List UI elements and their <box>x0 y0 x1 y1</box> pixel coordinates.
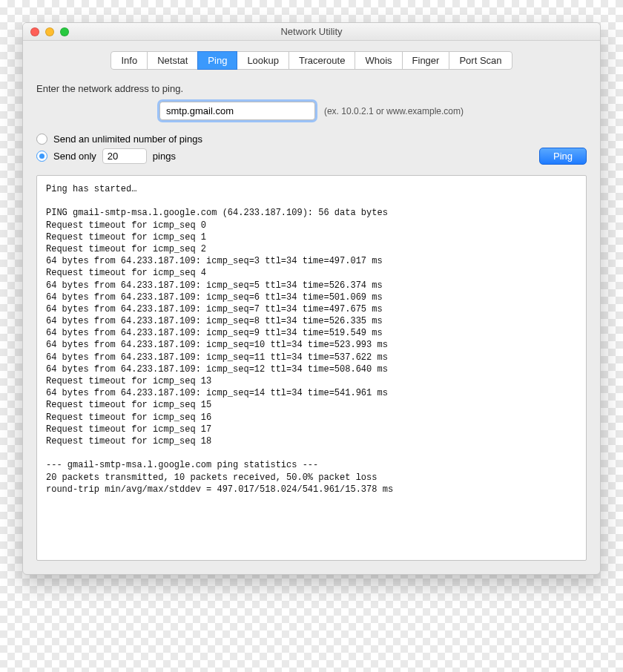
traffic-lights <box>23 27 69 36</box>
close-icon[interactable] <box>30 27 39 36</box>
ping-count-input[interactable] <box>102 148 147 164</box>
ping-button[interactable]: Ping <box>539 148 587 165</box>
ping-options: Send an unlimited number of pings Send o… <box>36 134 587 165</box>
titlebar: Network Utility <box>23 23 600 41</box>
content-area: Info Netstat Ping Lookup Traceroute Whoi… <box>23 41 600 574</box>
tab-ping[interactable]: Ping <box>197 51 237 70</box>
address-row: (ex. 10.0.2.1 or www.example.com) <box>36 102 587 120</box>
radio-send-only-suffix: pings <box>153 151 176 162</box>
tab-finger[interactable]: Finger <box>402 51 450 70</box>
radio-send-only[interactable] <box>36 151 47 162</box>
network-utility-window: Network Utility Info Netstat Ping Lookup… <box>22 22 601 575</box>
tab-port-scan[interactable]: Port Scan <box>449 51 512 70</box>
tab-netstat[interactable]: Netstat <box>147 51 198 70</box>
radio-unlimited[interactable] <box>36 134 47 145</box>
maximize-icon[interactable] <box>60 27 69 36</box>
tab-lookup[interactable]: Lookup <box>237 51 289 70</box>
tab-whois[interactable]: Whois <box>355 51 402 70</box>
window-title: Network Utility <box>23 26 600 37</box>
radio-unlimited-label: Send an unlimited number of pings <box>53 134 202 145</box>
address-hint: (ex. 10.0.2.1 or www.example.com) <box>324 106 464 116</box>
tab-info[interactable]: Info <box>111 51 148 70</box>
radio-send-only-prefix: Send only <box>53 151 96 162</box>
minimize-icon[interactable] <box>45 27 54 36</box>
prompt-label: Enter the network address to ping. <box>36 83 587 94</box>
tab-traceroute[interactable]: Traceroute <box>289 51 355 70</box>
ping-output[interactable]: Ping has started… PING gmail-smtp-msa.l.… <box>36 175 587 561</box>
address-input[interactable] <box>159 102 315 120</box>
tab-bar: Info Netstat Ping Lookup Traceroute Whoi… <box>36 51 587 70</box>
